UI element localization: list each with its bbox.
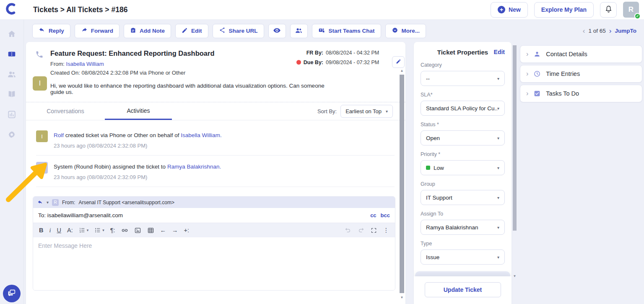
properties-scrollbar[interactable]: ▼ xyxy=(512,44,517,279)
sidebar-item-knowledge-base[interactable] xyxy=(0,85,24,105)
undo-button[interactable] xyxy=(345,227,351,234)
sla-deadlines: FR By: 08/08/2024 - 04:32 PM Due By: 09/… xyxy=(296,48,389,67)
priority-dropdown[interactable]: Low ▾ xyxy=(421,160,505,175)
edit-due-date-button[interactable] xyxy=(392,56,405,68)
chevron-down-icon: ▾ xyxy=(497,136,499,140)
tab-conversations[interactable]: Conversations xyxy=(26,102,105,120)
compose-to-value[interactable]: To: isabellawilliam@arsenalit.com xyxy=(38,212,123,218)
cc-link[interactable]: cc xyxy=(370,212,376,218)
edit-button[interactable]: Edit xyxy=(175,24,208,38)
redo-button[interactable] xyxy=(358,227,364,234)
sidebar-item-tickets[interactable] xyxy=(0,45,24,65)
sidebar-item-home[interactable] xyxy=(0,25,24,45)
sidebar-item-settings[interactable] xyxy=(0,125,24,146)
contact-details-panel[interactable]: › Contact Details xyxy=(520,45,642,63)
main-scrollbar[interactable]: ▲ ▼ xyxy=(399,68,405,301)
status-dropdown[interactable]: Open ▾ xyxy=(421,130,505,146)
fullscreen-button[interactable] xyxy=(371,227,377,234)
gear-icon xyxy=(7,130,16,141)
explore-my-plan-button[interactable]: Explore My Plan xyxy=(534,2,594,18)
chat-widget-button[interactable] xyxy=(3,285,21,302)
user-avatar[interactable]: R ✓ xyxy=(623,2,639,18)
field-sla: SLA* Standard SLA Policy for Cu... ▾ xyxy=(421,92,505,116)
checkbox-icon xyxy=(533,90,541,97)
ordered-list-button[interactable]: ▾ xyxy=(79,227,89,234)
actor-link[interactable]: Rolf xyxy=(54,132,64,138)
insert-more-button[interactable]: +: xyxy=(184,227,190,234)
clipboard-icon xyxy=(130,27,136,35)
bcc-link[interactable]: bcc xyxy=(381,212,390,218)
collaborators-button[interactable] xyxy=(290,24,308,38)
scroll-down-icon[interactable]: ▼ xyxy=(399,295,405,301)
home-icon xyxy=(7,29,16,40)
field-priority: Priority * Low ▾ xyxy=(421,151,505,175)
paragraph-format-button[interactable]: ¶: xyxy=(110,227,115,234)
type-dropdown[interactable]: Issue ▾ xyxy=(421,249,505,265)
italic-button[interactable]: i xyxy=(49,227,51,234)
panel-label: Time Entries xyxy=(546,70,580,77)
field-label: Type xyxy=(421,241,505,247)
reply-button[interactable]: Reply xyxy=(32,24,70,38)
reply-type-chevron-icon[interactable]: ▾ xyxy=(47,200,49,205)
jumpto-link[interactable]: JumpTo xyxy=(615,28,637,34)
chevron-down-icon: ▾ xyxy=(497,225,499,230)
avatar-initial: R xyxy=(628,5,634,14)
scrollbar-thumb[interactable] xyxy=(513,45,517,231)
reply-icon[interactable] xyxy=(37,200,43,205)
forward-button[interactable]: Forward xyxy=(75,24,119,38)
next-ticket-icon[interactable]: › xyxy=(609,27,612,35)
update-ticket-button[interactable]: Update Ticket xyxy=(425,282,501,297)
forward-icon xyxy=(81,27,88,35)
editor-more-options-button[interactable]: ⋮ xyxy=(383,227,390,234)
tab-activities[interactable]: Activities xyxy=(105,102,172,120)
add-note-button[interactable]: Add Note xyxy=(124,24,171,38)
scrollbar-thumb[interactable] xyxy=(400,75,404,293)
message-input[interactable] xyxy=(33,237,395,288)
prev-ticket-icon[interactable]: ‹ xyxy=(583,27,585,35)
bold-button[interactable]: B xyxy=(39,227,43,234)
activity-item: I Rolf created ticket via Phone or Other… xyxy=(36,130,395,149)
left-arrow-button[interactable]: ← xyxy=(160,227,166,234)
insert-image-button[interactable] xyxy=(134,227,141,234)
top-header: Tickets > All Tickets > #186 + New Explo… xyxy=(24,0,644,20)
scroll-down-icon[interactable]: ▼ xyxy=(512,273,517,279)
tasks-to-do-panel[interactable]: › Tasks To Do xyxy=(520,85,642,102)
scroll-up-icon[interactable]: ▲ xyxy=(399,68,405,74)
plus-circle-icon: + xyxy=(498,6,505,13)
sidebar-nav xyxy=(0,20,23,146)
panel-label: Contact Details xyxy=(546,51,587,57)
sla-dropdown[interactable]: Standard SLA Policy for Cu... ▾ xyxy=(421,101,505,116)
field-label: Category xyxy=(421,62,505,68)
category-dropdown[interactable]: -- ▾ xyxy=(421,71,505,86)
more-button[interactable]: More... xyxy=(385,24,426,38)
font-options-button[interactable]: A: xyxy=(67,227,73,234)
field-category: Category -- ▾ xyxy=(421,62,505,86)
share-url-button[interactable]: Share URL xyxy=(213,24,264,38)
app-logo[interactable] xyxy=(0,0,24,20)
breadcrumb: Tickets > All Tickets > #186 xyxy=(24,5,127,14)
underline-button[interactable]: U xyxy=(57,227,61,234)
sidebar-item-contacts[interactable] xyxy=(0,65,24,85)
properties-edit-link[interactable]: Edit xyxy=(494,49,505,55)
target-link[interactable]: Ramya Balakrishnan. xyxy=(167,164,221,170)
target-link[interactable]: Isabella William. xyxy=(181,132,222,138)
fr-by-label: FR By: xyxy=(306,50,323,56)
divider xyxy=(36,187,395,187)
requester-name-link[interactable]: Isabella William xyxy=(66,61,104,67)
right-arrow-button[interactable]: → xyxy=(172,227,178,234)
group-dropdown[interactable]: IT Support ▾ xyxy=(421,190,505,205)
editor-format-toolbar: B i U A: ▾ ▾ ¶: ← → +: ⋮ xyxy=(33,223,395,237)
assign-to-dropdown[interactable]: Ramya Balakrishnan ▾ xyxy=(421,220,505,235)
unordered-list-button[interactable]: ▾ xyxy=(94,227,104,234)
sort-dropdown[interactable]: Earliest on Top ▾ xyxy=(340,105,393,118)
notifications-button[interactable] xyxy=(600,2,617,18)
new-ticket-button[interactable]: + New xyxy=(491,2,528,18)
time-entries-panel[interactable]: › Time Entries xyxy=(520,65,642,83)
start-teams-chat-button[interactable]: Start Teams Chat xyxy=(312,24,381,38)
insert-table-button[interactable] xyxy=(147,227,154,234)
ticket-properties-panel: Ticket Properties Edit Category -- ▾ SLA… xyxy=(414,42,512,304)
watch-button[interactable] xyxy=(268,24,286,38)
compose-from-value: Arsenal IT Support <arsenalitsupport.com… xyxy=(78,200,174,205)
insert-link-button[interactable] xyxy=(121,227,128,234)
sidebar-item-reports[interactable] xyxy=(0,105,24,125)
